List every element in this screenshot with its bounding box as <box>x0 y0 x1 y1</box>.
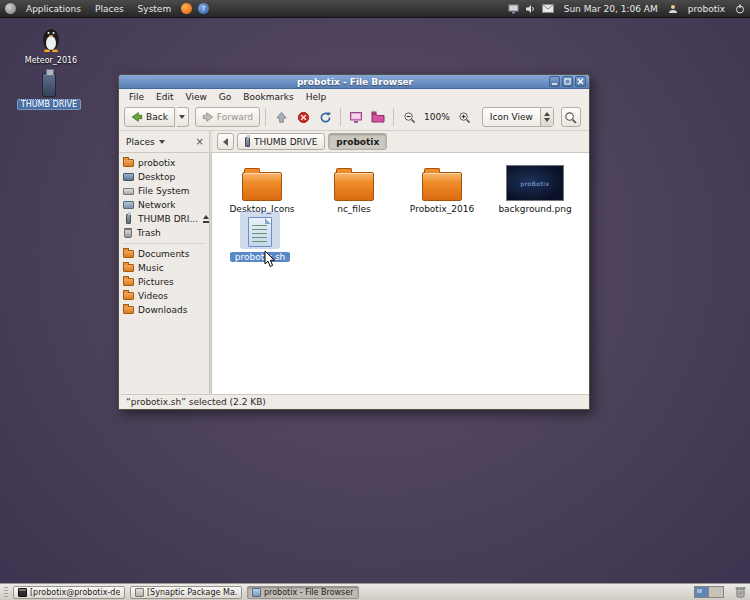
sidebar-item-trash[interactable]: Trash <box>119 226 209 240</box>
zoom-out-button[interactable] <box>399 107 419 127</box>
sidebar-item-videos[interactable]: Videos <box>119 289 209 303</box>
sidebar-item-network[interactable]: Network <box>119 198 209 212</box>
file-label: Probotix_2016 <box>408 204 476 214</box>
window-content: probotix Desktop File System Network THU… <box>119 153 589 394</box>
back-history-dropdown[interactable] <box>177 107 189 127</box>
up-button[interactable] <box>271 107 291 127</box>
search-button[interactable] <box>561 107 581 127</box>
task-file-browser[interactable]: probotix - File Browser <box>247 586 359 599</box>
maximize-button[interactable] <box>562 76 573 87</box>
menu-edit[interactable]: Edit <box>150 91 179 103</box>
stop-icon <box>297 111 310 124</box>
menu-bookmarks[interactable]: Bookmarks <box>237 91 299 103</box>
menu-file[interactable]: File <box>123 91 150 103</box>
task-synaptic[interactable]: [Synaptic Package Ma... <box>130 586 242 599</box>
sidebar-item-music[interactable]: Music <box>119 261 209 275</box>
menu-go[interactable]: Go <box>213 91 237 103</box>
desktop-icon-meteor-2016[interactable]: Meteor_2016 <box>18 25 84 65</box>
trash-icon <box>124 229 132 238</box>
sidebar-pane-label: Places <box>126 137 155 147</box>
file-nc-files[interactable]: nc_files <box>312 163 396 214</box>
folder-icon <box>242 172 282 201</box>
desktop-icon-label: Meteor_2016 <box>25 56 77 65</box>
zoom-out-icon <box>403 111 416 124</box>
sidebar-pane-select[interactable]: Places <box>124 136 167 148</box>
folder-icon <box>123 159 134 167</box>
window-toolbar: Back Forward <box>119 104 589 131</box>
minimize-button[interactable] <box>549 76 560 87</box>
file-probotix-sh[interactable]: probotix.sh <box>218 211 302 262</box>
close-sidebar-button[interactable]: × <box>196 137 204 147</box>
sidebar-item-file-system[interactable]: File System <box>119 184 209 198</box>
reload-button[interactable] <box>315 107 335 127</box>
path-segment-probotix[interactable]: probotix <box>328 133 387 150</box>
menu-help[interactable]: Help <box>300 91 333 103</box>
sidebar-item-documents[interactable]: Documents <box>119 247 209 261</box>
stop-button[interactable] <box>293 107 313 127</box>
file-browser-icon <box>252 588 261 597</box>
trash-icon <box>735 586 746 598</box>
file-label-selected: probotix.sh <box>230 252 291 262</box>
mail-indicator-icon[interactable] <box>542 4 554 13</box>
home-button[interactable] <box>368 107 388 127</box>
file-desktop-icons[interactable]: Desktop_Icons <box>220 163 304 214</box>
back-arrow-icon <box>131 111 143 123</box>
zoom-in-icon <box>458 111 471 124</box>
window-list-handle[interactable] <box>4 587 8 598</box>
file-probotix-2016[interactable]: Probotix_2016 <box>400 163 484 214</box>
eject-icon[interactable] <box>202 215 209 224</box>
clock[interactable]: Sun Mar 20, 1:06 AM <box>560 3 662 15</box>
power-icon[interactable] <box>735 4 745 14</box>
folder-icon <box>123 306 134 314</box>
menu-applications[interactable]: Applications <box>22 3 85 15</box>
workspace-1[interactable] <box>695 587 709 597</box>
computer-button[interactable] <box>346 107 366 127</box>
menu-system[interactable]: System <box>134 3 176 15</box>
back-button[interactable]: Back <box>124 107 175 127</box>
workspace-2[interactable] <box>709 587 723 597</box>
browser-launcher-icon[interactable] <box>181 3 192 14</box>
path-scroll-left-button[interactable] <box>217 133 234 150</box>
up-arrow-icon <box>275 111 288 124</box>
task-terminal[interactable]: [probotix@probotix-de... <box>13 586 125 599</box>
menu-places[interactable]: Places <box>91 3 128 15</box>
help-launcher-icon[interactable]: ? <box>198 3 209 14</box>
sidebar-header: Places × <box>119 136 209 148</box>
desktop-icon-thumb-drive[interactable]: THUMB DRIVE <box>16 68 82 110</box>
terminal-icon <box>18 588 27 597</box>
panel-indicators: Sun Mar 20, 1:06 AM probotix <box>508 3 745 15</box>
top-panel: Applications Places System ? Sun Mar 20,… <box>0 0 750 18</box>
window-menubar: File Edit View Go Bookmarks Help <box>119 89 589 104</box>
chevron-down-icon <box>159 140 165 144</box>
view-mode-select[interactable]: Icon View <box>482 107 554 127</box>
desktop-screen: Applications Places System ? Sun Mar 20,… <box>0 0 750 600</box>
forward-button[interactable]: Forward <box>195 107 260 127</box>
path-segment-thumb-drive[interactable]: THUMB DRIVE <box>237 133 325 150</box>
sidebar-item-probotix[interactable]: probotix <box>119 156 209 170</box>
sidebar-item-pictures[interactable]: Pictures <box>119 275 209 289</box>
close-button[interactable] <box>575 76 586 87</box>
home-folder-icon <box>371 111 385 123</box>
file-background-png[interactable]: proBotix background.png <box>490 163 580 214</box>
file-view[interactable]: Desktop_Icons nc_files Probotix_2016 pro… <box>212 153 589 394</box>
sidebar-item-downloads[interactable]: Downloads <box>119 303 209 317</box>
status-bar: “probotix.sh” selected (2.2 KB) <box>119 394 589 409</box>
display-indicator-icon[interactable] <box>508 4 519 14</box>
penguin-icon <box>38 25 64 54</box>
distributor-logo-icon[interactable] <box>5 3 16 14</box>
menu-view[interactable]: View <box>180 91 213 103</box>
network-icon <box>123 201 134 209</box>
sidebar-item-desktop[interactable]: Desktop <box>119 170 209 184</box>
status-text: “probotix.sh” selected (2.2 KB) <box>126 397 266 407</box>
folder-icon <box>123 292 134 300</box>
volume-icon[interactable] <box>525 4 536 14</box>
sidebar-item-thumb-drive[interactable]: THUMB DRI... <box>119 212 209 226</box>
desktop-icon-label: THUMB DRIVE <box>17 99 81 110</box>
user-menu[interactable]: probotix <box>684 3 729 15</box>
zoom-in-button[interactable] <box>455 107 475 127</box>
view-mode-stepper[interactable] <box>540 108 553 126</box>
trash-applet[interactable] <box>735 586 746 598</box>
workspace-switcher <box>694 586 724 598</box>
image-thumbnail: proBotix <box>506 165 564 201</box>
window-titlebar[interactable]: probotix - File Browser <box>119 75 589 89</box>
